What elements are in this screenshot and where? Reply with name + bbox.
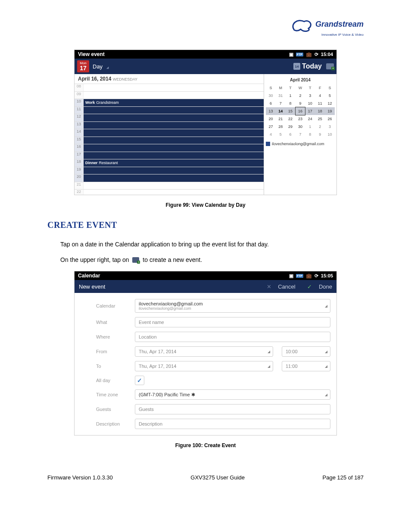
calendar-day-cell[interactable]: 3 (305, 92, 315, 100)
allday-checkbox[interactable]: ✓ (135, 376, 144, 385)
event-entry[interactable]: Dinner Restaurant (84, 159, 118, 167)
hour-row[interactable]: 09 (75, 91, 264, 99)
section-heading-create-event: CREATE EVENT (47, 220, 364, 230)
from-date-picker[interactable]: Thu, Apr 17, 2014 (135, 346, 273, 357)
month-title: April 2014 (266, 78, 335, 82)
calendar-day-cell[interactable]: 6 (286, 131, 296, 138)
calendar-day-cell[interactable]: 9 (296, 100, 305, 107)
description-input[interactable]: Description (135, 419, 330, 429)
cancel-button[interactable]: ✕ Cancel (262, 283, 296, 290)
calendar-day-cell[interactable]: 4 (266, 131, 276, 138)
label-guests: Guests (96, 407, 135, 412)
hour-row[interactable]: 13 (75, 121, 264, 129)
calendar-day-cell[interactable]: 7 (296, 131, 305, 138)
figure-caption-99: Figure 99: View Calendar by Day (47, 202, 364, 208)
calendar-day-cell[interactable]: 29 (286, 123, 296, 131)
calendar-day-cell[interactable]: 31 (276, 92, 286, 100)
from-time-picker[interactable]: 10:00 (282, 346, 330, 357)
calendar-legend: ilovechenxiaolong@gmail.com (266, 142, 335, 146)
calendar-day-cell[interactable]: 12 (325, 100, 335, 107)
calendar-day-cell[interactable]: 3 (325, 123, 335, 131)
calendar-day-cell[interactable]: 2 (315, 123, 325, 131)
hour-row[interactable]: 16 (75, 144, 264, 152)
hour-label: 11 (75, 107, 84, 114)
location-input[interactable]: Location (135, 332, 330, 342)
sync-icon: ⟳ (314, 52, 318, 57)
hour-row[interactable]: 19 (75, 167, 264, 174)
calendar-day-cell[interactable]: 27 (266, 123, 276, 131)
calendar-day-cell[interactable]: 10 (325, 131, 335, 138)
new-event-icon[interactable] (326, 63, 334, 69)
calendar-day-cell[interactable]: 23 (296, 115, 305, 123)
hour-label: 21 (75, 182, 84, 190)
hour-row[interactable]: 22 (75, 189, 264, 195)
hour-label: 10 (75, 99, 84, 106)
calendar-day-cell[interactable]: 10 (305, 100, 315, 107)
calendar-day-cell[interactable]: 1 (305, 123, 315, 131)
calendar-day-cell[interactable]: 7 (276, 100, 286, 107)
calendar-day-cell[interactable]: 19 (325, 107, 335, 115)
calendar-day-cell[interactable]: 20 (266, 115, 276, 123)
footer-firmware: Firmware Version 1.0.3.30 (47, 474, 113, 481)
hour-row[interactable]: 17 (75, 152, 264, 159)
calendar-day-cell[interactable]: 17 (305, 107, 315, 115)
calendar-day-cell[interactable]: 5 (276, 131, 286, 138)
label-from: From (96, 349, 135, 354)
calendar-day-cell[interactable]: 8 (286, 100, 296, 107)
calendar-day-cell[interactable]: 13 (266, 107, 276, 115)
picture-icon: ▣ (289, 52, 293, 57)
calendar-day-cell[interactable]: 4 (315, 92, 325, 100)
calendar-day-cell[interactable]: 11 (315, 100, 325, 107)
timezone-select[interactable]: (GMT-7:00) Pacific Time ✱ (135, 389, 330, 400)
calendar-day-cell[interactable]: 26 (325, 115, 335, 123)
guests-input[interactable]: Guests (135, 404, 330, 414)
calendar-day-cell[interactable]: 6 (266, 100, 276, 107)
calendar-day-cell[interactable]: 2 (296, 92, 305, 100)
done-button[interactable]: ✓ Done (302, 283, 332, 290)
status-title: View event (78, 51, 105, 57)
calendar-day-cell[interactable]: 16 (296, 107, 305, 115)
calendar-day-cell[interactable]: 18 (315, 107, 325, 115)
hour-row[interactable]: 20 (75, 174, 264, 182)
ftp-icon: FTP (296, 274, 303, 278)
hour-row[interactable]: 12 (75, 114, 264, 121)
hour-label: 14 (75, 129, 84, 137)
hour-row[interactable]: 14 (75, 129, 264, 137)
form-header-bar: New event ✕ Cancel ✓ Done (75, 280, 336, 293)
calendar-day-cell[interactable]: 22 (286, 115, 296, 123)
calendar-day-cell[interactable]: 14 (276, 107, 286, 115)
calendar-day-cell[interactable]: 15 (286, 107, 296, 115)
calendar-day-cell[interactable]: 1 (286, 92, 296, 100)
hour-row[interactable]: 10Work Grandstream (75, 99, 264, 106)
date-header: April 16, 2014 WEDNESDAY (75, 74, 264, 84)
calendar-day-cell[interactable]: 21 (276, 115, 286, 123)
event-name-input[interactable]: Event name (135, 317, 330, 327)
calendar-day-cell[interactable]: 28 (276, 123, 286, 131)
to-date-picker[interactable]: Thu, Apr 17, 2014 (135, 361, 273, 371)
calendar-day-cell[interactable]: 25 (315, 115, 325, 123)
hour-row[interactable]: 21 (75, 182, 264, 190)
hour-row[interactable]: 18Dinner Restaurant (75, 159, 264, 167)
calendar-day-cell[interactable]: 30 (296, 123, 305, 131)
calendar-day-cell[interactable]: 30 (266, 92, 276, 100)
view-mode-dropdown[interactable]: Day (93, 63, 103, 70)
status-time-2: 15:05 (321, 273, 333, 278)
calendar-day-cell[interactable]: 8 (305, 131, 315, 138)
hour-label: 18 (75, 159, 84, 167)
calendar-day-icon[interactable]: Mon 17 (77, 60, 89, 72)
new-event-icon-inline (132, 257, 139, 263)
status-time: 15:04 (321, 52, 333, 57)
today-button[interactable]: 14 Today (293, 62, 322, 70)
hour-label: 20 (75, 174, 84, 182)
calendar-day-cell[interactable]: 9 (315, 131, 325, 138)
calendar-day-cell[interactable]: 24 (305, 115, 315, 123)
label-timezone: Time zone (96, 392, 135, 397)
event-entry[interactable]: Work Grandstream (84, 99, 119, 106)
hour-label: 22 (75, 190, 84, 195)
to-time-picker[interactable]: 11:00 (282, 361, 330, 371)
hour-row[interactable]: 08 (75, 84, 264, 91)
calendar-select[interactable]: ilovechenxiaolong@gmail.com ilovechenxia… (135, 299, 330, 313)
hour-row[interactable]: 15 (75, 137, 264, 144)
calendar-day-cell[interactable]: 5 (325, 92, 335, 100)
hour-row[interactable]: 11 (75, 106, 264, 114)
